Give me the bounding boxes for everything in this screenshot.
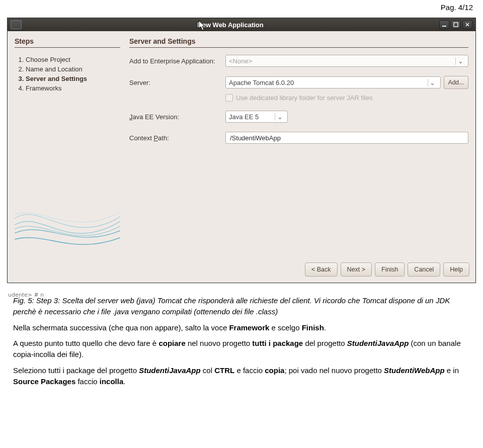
select-java-ee[interactable]: Java EE 5 ⌄: [225, 111, 288, 123]
steps-list: Choose Project Name and Location Server …: [15, 54, 120, 94]
text-emph: StudentiJavaApp: [139, 366, 201, 375]
input-context-path[interactable]: [225, 132, 468, 144]
text-strong: copiare: [158, 339, 185, 347]
checkbox-dedicated-lib: Use dedicated library folder for server …: [225, 94, 468, 102]
text-strong: Source Packages: [13, 377, 75, 386]
text: Nella schermata successiva (che qua non …: [13, 323, 229, 332]
text-strong: Finish: [302, 323, 324, 332]
paragraph: Seleziono tutti i package del progetto S…: [13, 365, 470, 387]
input-context-path-field[interactable]: [229, 134, 465, 142]
checkbox-icon: [225, 94, 233, 102]
window-title: New Web Application: [22, 21, 439, 29]
close-button[interactable]: [462, 20, 472, 29]
dialog-window: New Web Application Steps Choose Project…: [7, 18, 476, 283]
bg-snippet: udente> # n: [8, 292, 44, 298]
text-strong: Framework: [229, 323, 269, 332]
text: Seleziono tutti i package del progetto: [13, 366, 139, 375]
select-value: Java EE 5: [229, 113, 259, 121]
text-strong: copia: [265, 366, 284, 375]
text: del progetto: [303, 339, 347, 347]
text-emph: StudentiJavaApp: [347, 339, 409, 347]
help-button[interactable]: Help: [443, 262, 469, 277]
minimize-button[interactable]: [439, 20, 449, 29]
text: ; poi vado nel nuovo progetto: [284, 366, 384, 375]
finish-button[interactable]: Finish: [375, 262, 405, 277]
next-button[interactable]: Next >: [341, 262, 372, 277]
document-body: Fig. 5: Step 3: Scelta del server web (j…: [0, 283, 483, 404]
chevron-down-icon: ⌄: [455, 57, 465, 65]
label-context: Context Path:: [129, 134, 222, 142]
text-emph: StudentiWebApp: [384, 366, 445, 375]
chevron-down-icon: ⌄: [428, 79, 437, 86]
maximize-button[interactable]: [451, 20, 461, 29]
text: col: [201, 366, 215, 375]
select-value: Apache Tomcat 6.0.20: [229, 79, 294, 86]
mouse-cursor-icon: [198, 20, 206, 31]
checkbox-label: Use dedicated library folder for server …: [236, 94, 373, 102]
step-item: Choose Project: [26, 56, 120, 63]
decorative-wave: [15, 188, 120, 253]
text: e faccio: [234, 366, 265, 375]
svg-rect-0: [442, 26, 446, 27]
label-server: Server:: [129, 79, 222, 86]
cancel-button[interactable]: Cancel: [408, 262, 440, 277]
figure-caption: Fig. 5: Step 3: Scelta del server web (j…: [13, 295, 470, 317]
text-strong: CTRL: [214, 366, 234, 375]
back-button[interactable]: < Back: [305, 262, 338, 277]
form-panel: Server and Settings Add to Enterprise Ap…: [129, 37, 468, 253]
svg-rect-1: [454, 23, 458, 27]
text: e scelgo: [269, 323, 301, 332]
paragraph: A questo punto tutto quello che devo far…: [13, 338, 470, 360]
steps-panel: Steps Choose Project Name and Location S…: [15, 37, 120, 253]
dialog-button-bar: < Back Next > Finish Cancel Help: [8, 258, 475, 283]
text: .: [123, 377, 125, 386]
select-add-to-app[interactable]: <None> ⌄: [225, 55, 468, 67]
text: nel nuovo progetto: [186, 339, 253, 347]
label-java-ee: Java EE Version:: [129, 113, 222, 121]
page-header: Pag. 4/12: [0, 0, 483, 18]
window-menu-icon[interactable]: [11, 20, 22, 29]
step-item-active: Server and Settings: [26, 75, 120, 82]
form-heading: Server and Settings: [129, 37, 468, 48]
steps-heading: Steps: [15, 37, 120, 48]
chevron-down-icon: ⌄: [275, 113, 284, 121]
text: .: [324, 323, 326, 332]
select-value: <None>: [229, 57, 252, 65]
titlebar: New Web Application: [8, 18, 475, 31]
paragraph: Nella schermata successiva (che qua non …: [13, 322, 470, 333]
add-server-button[interactable]: Add...: [444, 76, 468, 89]
text: A questo punto tutto quello che devo far…: [13, 339, 158, 347]
select-server[interactable]: Apache Tomcat 6.0.20 ⌄: [225, 76, 441, 88]
text: faccio: [75, 377, 100, 386]
label-add-to-app: Add to Enterprise Application:: [129, 57, 222, 65]
text: e in: [445, 366, 459, 375]
window-title-text: New Web Application: [197, 21, 263, 29]
step-item: Name and Location: [26, 65, 120, 73]
text-strong: tutti i package: [252, 339, 303, 347]
step-item: Frameworks: [26, 84, 120, 92]
text-strong: incolla: [100, 377, 124, 386]
